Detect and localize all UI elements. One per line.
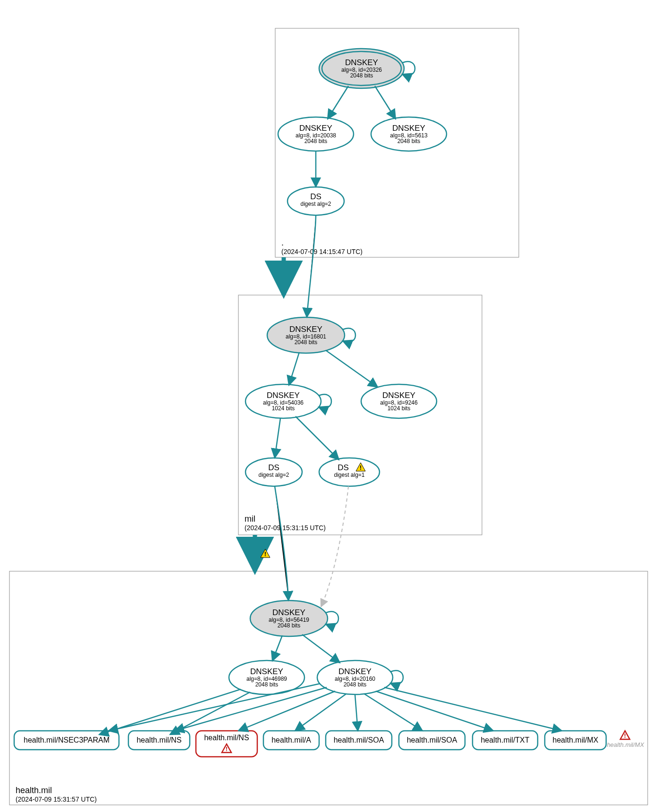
root-zsk2-title: DNSKEY	[392, 124, 425, 133]
root-ksk-title: DNSKEY	[345, 58, 378, 67]
mil-zsk2-title: DNSKEY	[382, 391, 415, 400]
edge	[99, 689, 241, 735]
edge	[109, 684, 320, 731]
mil-ksk-bits: 2048 bits	[295, 339, 318, 346]
health-dnskey-ksk[interactable]: DNSKEY alg=8, id=56419 2048 bits	[250, 601, 328, 636]
mil-ds1[interactable]: DS digest alg=2	[245, 458, 302, 486]
svg-text:!: !	[226, 745, 228, 753]
edge	[302, 634, 340, 663]
root-ds-title: DS	[310, 192, 321, 201]
mil-zsk1-bits: 1024 bits	[272, 405, 295, 412]
health-ksk-title: DNSKEY	[272, 608, 305, 617]
svg-text:!: !	[360, 464, 362, 471]
zone-health-label: health.mil	[16, 786, 52, 795]
zone-root-label: .	[281, 238, 284, 247]
zone-mil-label: mil	[245, 514, 255, 524]
root-ds[interactable]: DS digest alg=2	[287, 187, 344, 215]
edge	[328, 86, 348, 119]
edge	[376, 691, 493, 731]
mil-ds1-detail: digest alg=2	[258, 472, 289, 478]
rr-label: health.mil/MX	[553, 736, 599, 744]
edge	[364, 694, 422, 731]
health-dnskey-zsk2[interactable]: DNSKEY alg=8, id=20160 2048 bits	[317, 660, 393, 694]
rr-soa-2[interactable]: health.mil/SOA	[399, 731, 465, 750]
rr-label: health.mil/NSEC3PARAM	[24, 736, 110, 744]
edge	[289, 352, 299, 385]
mil-ksk-title: DNSKEY	[289, 325, 322, 334]
root-dnskey-zsk2[interactable]: DNSKEY alg=8, id=5613 2048 bits	[371, 117, 447, 151]
rr-label: health.mil/A	[271, 736, 311, 744]
dnssec-diagram: . (2024-07-09 14:15:47 UTC) mil (2024-07…	[0, 0, 659, 812]
edge	[272, 635, 282, 661]
zone-root-timestamp: (2024-07-09 14:15:47 UTC)	[281, 248, 363, 255]
mil-ds2-detail: digest alg=1	[334, 472, 364, 478]
svg-text:!: !	[264, 550, 266, 558]
edge	[238, 691, 335, 731]
edge-dashed	[321, 486, 348, 607]
root-zsk1-title: DNSKEY	[299, 124, 332, 133]
zone-mil-timestamp: (2024-07-09 15:31:15 UTC)	[245, 524, 326, 532]
root-dnskey-ksk[interactable]: DNSKEY alg=8, id=20326 2048 bits	[319, 49, 404, 88]
rr-ns-1[interactable]: health.mil/NS	[128, 731, 190, 750]
rr-mx-1[interactable]: health.mil/MX	[545, 731, 606, 750]
root-ksk-bits: 2048 bits	[350, 72, 373, 79]
rr-txt[interactable]: health.mil/TXT	[473, 731, 538, 750]
rr-label: health.mil/TXT	[481, 736, 529, 744]
zone-health-timestamp: (2024-07-09 15:31:57 UTC)	[16, 795, 97, 803]
health-zsk2-bits: 2048 bits	[344, 681, 367, 688]
mil-zsk2-bits: 1024 bits	[388, 405, 411, 412]
rr-label: health.mil/SOA	[407, 736, 457, 744]
mil-zsk1-title: DNSKEY	[267, 391, 300, 400]
rr-label: health.mil/MX	[607, 741, 645, 748]
svg-text:!: !	[624, 732, 626, 739]
mil-ds2[interactable]: DS digest alg=1 !	[319, 458, 380, 486]
health-zsk1-bits: 2048 bits	[255, 681, 279, 688]
rr-label: health.mil/NS	[204, 734, 249, 742]
rr-soa-1[interactable]: health.mil/SOA	[326, 731, 392, 750]
rr-label: health.mil/SOA	[334, 736, 384, 744]
root-dnskey-zsk1[interactable]: DNSKEY alg=8, id=20038 2048 bits	[278, 117, 354, 151]
root-zsk1-bits: 2048 bits	[304, 138, 328, 144]
rr-a[interactable]: health.mil/A	[263, 731, 319, 750]
health-zsk2-title: DNSKEY	[338, 667, 372, 676]
edge	[355, 694, 358, 731]
health-ksk-bits: 2048 bits	[278, 622, 301, 629]
edge	[296, 416, 339, 460]
mil-ds2-title: DS	[338, 463, 349, 472]
mil-ds1-title: DS	[268, 463, 279, 472]
health-zsk1-title: DNSKEY	[250, 667, 283, 676]
root-ds-detail: digest alg=2	[300, 201, 331, 207]
edge	[275, 486, 288, 601]
rr-mx-2-missing[interactable]: ! health.mil/MX	[607, 731, 645, 748]
edge	[375, 86, 396, 119]
warning-icon: !	[261, 549, 270, 558]
rr-label: health.mil/NS	[136, 736, 181, 744]
rr-ns-2-error[interactable]: health.mil/NS !	[196, 731, 257, 757]
edge	[326, 350, 378, 387]
edge	[275, 418, 280, 458]
mil-dnskey-zsk1[interactable]: DNSKEY alg=8, id=54036 1024 bits	[245, 384, 321, 418]
root-zsk2-bits: 2048 bits	[397, 138, 421, 144]
mil-dnskey-zsk2[interactable]: DNSKEY alg=8, id=9246 1024 bits	[361, 384, 437, 418]
error-icon: !	[620, 731, 630, 739]
mil-dnskey-ksk[interactable]: DNSKEY alg=8, id=16801 2048 bits	[267, 317, 345, 353]
edge	[307, 215, 316, 317]
edge	[295, 694, 346, 731]
